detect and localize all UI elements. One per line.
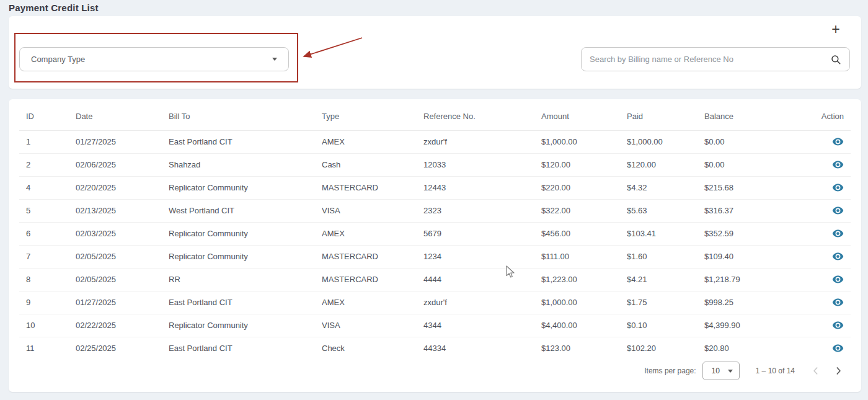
table-card: IDDateBill ToTypeReference No.AmountPaid…	[9, 99, 861, 392]
cell-balance: $1,218.79	[704, 268, 816, 291]
cell-type: MASTERCARD	[322, 268, 423, 291]
cell-amount: $456.00	[541, 222, 627, 245]
cell-bill_to: Replicator Community	[169, 314, 322, 337]
cell-paid: $102.20	[627, 337, 704, 360]
cell-id: 6	[19, 222, 76, 245]
cell-paid: $1.60	[627, 245, 704, 268]
cell-bill_to: East Portland CIT	[169, 337, 322, 360]
cell-date: 02/05/2025	[76, 245, 169, 268]
column-header-date: Date	[76, 103, 169, 130]
table-row: 402/20/2025Replicator CommunityMASTERCAR…	[19, 176, 851, 199]
cell-balance: $215.68	[704, 176, 816, 199]
cell-amount: $120.00	[541, 153, 627, 176]
column-header-id: ID	[19, 103, 76, 130]
cell-amount: $4,400.00	[541, 314, 627, 337]
cell-id: 9	[19, 291, 76, 314]
eye-icon	[832, 205, 844, 216]
payments-table: IDDateBill ToTypeReference No.AmountPaid…	[19, 103, 851, 360]
cell-date: 02/05/2025	[76, 268, 169, 291]
cell-paid: $120.00	[627, 153, 704, 176]
cell-type: AMEX	[322, 222, 423, 245]
cell-date: 02/25/2025	[76, 337, 169, 360]
cell-paid: $0.10	[627, 314, 704, 337]
cell-reference_no: 44334	[423, 337, 541, 360]
cell-reference_no: zxdur'f	[423, 291, 541, 314]
search-field[interactable]	[581, 47, 850, 71]
view-button[interactable]	[816, 153, 851, 176]
eye-icon	[832, 251, 844, 262]
eye-icon	[832, 296, 844, 308]
view-button[interactable]	[816, 222, 851, 245]
caret-down-icon	[272, 58, 277, 61]
view-button[interactable]	[816, 337, 851, 360]
cell-reference_no: 2323	[423, 199, 541, 222]
page-size-select[interactable]: 10	[702, 362, 740, 380]
cell-bill_to: Replicator Community	[169, 245, 322, 268]
toolbar-card: Company Type +	[9, 16, 861, 89]
column-header-reference_no: Reference No.	[423, 103, 541, 130]
view-button[interactable]	[816, 245, 851, 268]
cell-amount: $220.00	[541, 176, 627, 199]
table-row: 901/27/2025East Portland CITAMEXzxdur'f$…	[19, 291, 851, 314]
table-row: 1002/22/2025Replicator CommunityVISA4344…	[19, 314, 851, 337]
cell-id: 8	[19, 268, 76, 291]
eye-icon	[832, 182, 844, 193]
cell-amount: $322.00	[541, 199, 627, 222]
view-button[interactable]	[816, 176, 851, 199]
chevron-right-icon	[832, 365, 844, 377]
cell-amount: $111.00	[541, 245, 627, 268]
table-header-row: IDDateBill ToTypeReference No.AmountPaid…	[19, 103, 851, 130]
column-header-balance: Balance	[704, 103, 816, 130]
cell-type: VISA	[322, 199, 423, 222]
items-per-page-label: Items per page:	[644, 367, 696, 375]
column-header-type: Type	[322, 103, 423, 130]
view-button[interactable]	[816, 199, 851, 222]
page-range-label: 1 – 10 of 14	[756, 367, 795, 375]
cell-date: 01/27/2025	[76, 130, 169, 153]
search-input[interactable]	[590, 55, 824, 64]
search-icon[interactable]	[830, 54, 841, 65]
cell-type: VISA	[322, 314, 423, 337]
cell-amount: $1,000.00	[541, 130, 627, 153]
chevron-left-icon	[810, 365, 822, 377]
view-button[interactable]	[816, 314, 851, 337]
cell-type: MASTERCARD	[322, 245, 423, 268]
add-button[interactable]: +	[828, 21, 844, 37]
column-header-paid: Paid	[627, 103, 704, 130]
eye-icon	[832, 319, 844, 331]
eye-icon	[832, 342, 844, 354]
table-row: 802/05/2025RRMASTERCARD4444$1,223.00$4.2…	[19, 268, 851, 291]
cell-balance: $4,399.90	[704, 314, 816, 337]
company-type-select[interactable]: Company Type	[19, 47, 289, 71]
cell-id: 2	[19, 153, 76, 176]
cell-date: 02/20/2025	[76, 176, 169, 199]
cell-date: 01/27/2025	[76, 291, 169, 314]
prev-page-button[interactable]	[808, 363, 823, 378]
cell-reference_no: zxdur'f	[423, 130, 541, 153]
table-row: 1102/25/2025East Portland CITCheck44334$…	[19, 337, 851, 360]
next-page-button[interactable]	[831, 363, 846, 378]
cell-balance: $352.59	[704, 222, 816, 245]
cell-paid: $4.21	[627, 268, 704, 291]
table-row: 101/27/2025East Portland CITAMEXzxdur'f$…	[19, 130, 851, 153]
cell-balance: $20.80	[704, 337, 816, 360]
pagination: Items per page: 10 1 – 10 of 14	[644, 361, 846, 381]
caret-down-icon	[728, 370, 733, 373]
view-button[interactable]	[816, 268, 851, 291]
table-row: 702/05/2025Replicator CommunityMASTERCAR…	[19, 245, 851, 268]
cell-id: 10	[19, 314, 76, 337]
eye-icon	[832, 273, 844, 285]
view-button[interactable]	[816, 291, 851, 314]
cell-bill_to: East Portland CIT	[169, 130, 322, 153]
cell-date: 02/03/2025	[76, 222, 169, 245]
cell-reference_no: 1234	[423, 245, 541, 268]
cell-type: Cash	[322, 153, 423, 176]
company-type-label: Company Type	[31, 55, 85, 64]
column-header-action: Action	[816, 103, 851, 130]
cell-balance: $0.00	[704, 153, 816, 176]
cell-bill_to: Replicator Community	[169, 176, 322, 199]
cell-paid: $1,000.00	[627, 130, 704, 153]
view-button[interactable]	[816, 130, 851, 153]
cell-balance: $0.00	[704, 130, 816, 153]
cell-type: Check	[322, 337, 423, 360]
